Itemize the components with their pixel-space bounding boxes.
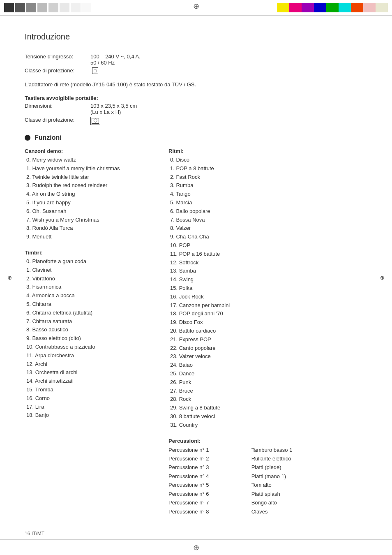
canzoni-heading: Canzoni demo: bbox=[25, 148, 152, 154]
list-item: 15. Polka bbox=[168, 284, 367, 293]
color-swatch-purple bbox=[302, 3, 314, 12]
keyboard-section: Tastiera avvolgibile portatile: Dimensio… bbox=[25, 95, 367, 125]
gray-swatch-2 bbox=[15, 3, 25, 12]
list-item: 0. Pianoforte a gran coda bbox=[25, 257, 152, 266]
tensione-line2: 50 / 60 Hz bbox=[90, 60, 141, 66]
table-row: Percussione n° 4Piatti (mano 1) bbox=[168, 472, 367, 481]
gray-swatch-5 bbox=[48, 3, 58, 12]
color-swatch-yellow bbox=[277, 3, 289, 12]
list-item: 8. Rondò Alla Turca bbox=[25, 224, 152, 233]
list-item: 13. Orchestra di archi bbox=[25, 368, 152, 377]
table-row: Percussione n° 8Claves bbox=[168, 507, 367, 516]
funzioni-bullet bbox=[25, 135, 30, 141]
list-item: 12. Softrock bbox=[168, 259, 367, 267]
tensione-row: Tensione d'ingresso: 100 – 240 V ~, 0,4 … bbox=[25, 53, 367, 66]
list-item: 4. Armonica a bocca bbox=[25, 291, 152, 300]
color-swatch-cyan bbox=[339, 3, 351, 12]
list-item: 25. Dance bbox=[168, 370, 367, 378]
list-item: 6. Ballo popolare bbox=[168, 207, 367, 216]
list-item: 16. Corno bbox=[25, 394, 152, 403]
perc-num: Percussione n° 1 bbox=[168, 446, 251, 454]
keyboard-heading: Tastiera avvolgibile portatile: bbox=[25, 95, 367, 101]
list-item: 2. Twinkle twinkle little star bbox=[25, 173, 152, 182]
tensione-label: Tensione d'ingresso: bbox=[25, 53, 90, 66]
dim-row: Dimensioni: 103 x 23,5 x 3,5 cm (Lu x La… bbox=[25, 103, 367, 115]
timbri-list: 0. Pianoforte a gran coda1. Clavinet2. V… bbox=[25, 257, 152, 420]
dim-value2: (Lu x La x H) bbox=[90, 109, 137, 115]
list-item: 17. Canzone per bambini bbox=[168, 301, 367, 310]
list-item: 0. Disco bbox=[168, 156, 367, 164]
perc-name: Claves bbox=[251, 507, 367, 516]
gray-swatch-7 bbox=[71, 3, 81, 12]
list-item: 3. Rudolph the red nosed reindeer bbox=[25, 181, 152, 190]
list-item: 3. Rumba bbox=[168, 181, 367, 190]
list-item: 13. Samba bbox=[168, 267, 367, 275]
gray-swatch-6 bbox=[60, 3, 69, 12]
funzioni-title: Funzioni bbox=[35, 134, 62, 141]
list-item: 6. Oh, Susannah bbox=[25, 207, 152, 216]
table-row: Percussione n° 6Piatti splash bbox=[168, 490, 367, 498]
list-item: 8. Valzer bbox=[168, 224, 367, 233]
list-item: 7. Wish you a Merry Christmas bbox=[25, 216, 152, 224]
list-item: 1. Clavinet bbox=[25, 266, 152, 275]
table-row: Percussione n° 7Bongo alto bbox=[168, 498, 367, 507]
perc-num: Percussione n° 3 bbox=[168, 463, 251, 472]
list-item: 11. Arpa d'orchestra bbox=[25, 352, 152, 360]
timbri-section: Timbri: 0. Pianoforte a gran coda1. Clav… bbox=[25, 250, 152, 420]
list-item: 12. Archi bbox=[25, 360, 152, 369]
list-item: 11. POP a 16 battute bbox=[168, 250, 367, 259]
perc-name: Tamburo basso 1 bbox=[251, 446, 367, 454]
table-row: Percussione n° 2Rullante elettrico bbox=[168, 454, 367, 463]
gray-swatches bbox=[0, 0, 95, 15]
color-swatches bbox=[273, 0, 392, 15]
color-swatch-orange bbox=[351, 3, 363, 12]
perc-num: Percussione n° 4 bbox=[168, 472, 251, 481]
percussioni-heading: Percussioni: bbox=[168, 438, 367, 444]
color-swatch-green bbox=[326, 3, 339, 12]
percussioni-table: Percussione n° 1Tamburo basso 1Percussio… bbox=[168, 446, 367, 516]
adapter-note: L'adattatore di rete (modello JY15-045-1… bbox=[25, 81, 197, 88]
list-item: 4. Tango bbox=[168, 190, 367, 199]
gray-swatch-3 bbox=[26, 3, 36, 12]
color-swatch-cream bbox=[376, 3, 388, 12]
page-title: Introduzione bbox=[25, 32, 367, 45]
list-item: 15. Tromba bbox=[25, 386, 152, 394]
list-item: 20. Battito cardiaco bbox=[168, 327, 367, 335]
list-item: 31. Country bbox=[168, 421, 367, 430]
list-item: 24. Baiao bbox=[168, 361, 367, 370]
list-item: 1. Have yourself a merry little christma… bbox=[25, 164, 152, 173]
list-item: 19. Disco Fox bbox=[168, 318, 367, 327]
table-row: Percussione n° 3Piatti (piede) bbox=[168, 463, 367, 472]
percussioni-section: Percussioni: Percussione n° 1Tamburo bas… bbox=[168, 438, 367, 516]
list-item: 9. Basso elettrico (dito) bbox=[25, 334, 152, 343]
bottom-bar: ⊕ bbox=[0, 539, 392, 555]
list-item: 22. Canto popolare bbox=[168, 344, 367, 353]
table-row: Percussione n° 5Tom alto bbox=[168, 481, 367, 489]
canzoni-section: Canzoni demo: 0. Merry widow waltz1. Hav… bbox=[25, 148, 152, 241]
top-bar: ⊕ bbox=[0, 0, 392, 16]
perc-name: Bongo alto bbox=[251, 498, 367, 507]
list-item: 5. If you are happy bbox=[25, 199, 152, 207]
perc-name: Rullante elettrico bbox=[251, 454, 367, 463]
color-swatch-blue bbox=[314, 3, 326, 12]
list-item: 9. Cha-Cha-Cha bbox=[168, 233, 367, 241]
perc-name: Piatti (mano 1) bbox=[251, 472, 367, 481]
list-item: 18. POP degli anni '70 bbox=[168, 310, 367, 318]
gray-swatch-8 bbox=[81, 3, 91, 12]
list-item: 3. Fisarmonica bbox=[25, 283, 152, 291]
left-reg-mark: ⊕ bbox=[7, 275, 12, 281]
ritmi-heading: Ritmi: bbox=[168, 148, 367, 154]
crosshair-bottom-center: ⊕ bbox=[193, 543, 199, 552]
gray-swatch-1 bbox=[4, 3, 14, 12]
page-footer: 16 IT/MT bbox=[25, 531, 44, 536]
timbri-heading: Timbri: bbox=[25, 250, 152, 256]
classe-label: Classe di protezione: bbox=[25, 67, 90, 74]
list-item: 10. Contrabbasso a pizzicato bbox=[25, 343, 152, 352]
list-item: 18. Banjo bbox=[25, 411, 152, 420]
left-column: Canzoni demo: 0. Merry widow waltz1. Hav… bbox=[25, 148, 152, 524]
list-item: 4. Air on the G string bbox=[25, 190, 152, 199]
list-item: 7. Bossa Nova bbox=[168, 216, 367, 224]
ritmi-list: 0. Disco1. POP a 8 battute2. Fast Rock3.… bbox=[168, 156, 367, 430]
page: ⊕ ⊕ ⊕ Introduzione Tensione d'ingresso: bbox=[0, 0, 392, 555]
content-area: Introduzione Tensione d'ingresso: 100 – … bbox=[0, 16, 392, 549]
